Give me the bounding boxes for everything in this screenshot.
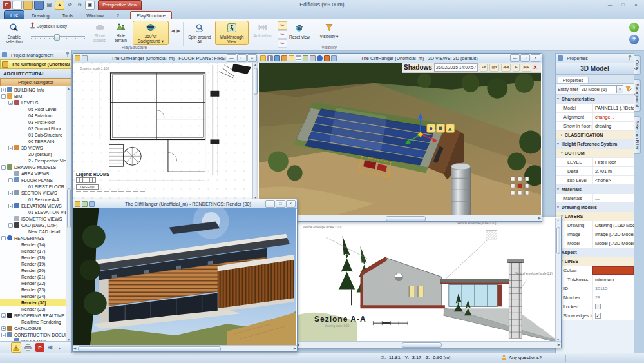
pdf-icon[interactable]: P <box>35 343 44 352</box>
open-file-icon[interactable] <box>23 1 33 10</box>
tree-expander[interactable]: - <box>1 313 6 318</box>
walkthrough-view-button[interactable]: Walkthrough View <box>215 21 249 45</box>
export-icon[interactable] <box>82 201 88 207</box>
property-row[interactable]: sub Level <none> <box>556 176 634 185</box>
tab-help[interactable]: ? <box>111 12 125 19</box>
minimize-button[interactable]: — <box>605 1 616 10</box>
table-icon[interactable] <box>296 55 301 61</box>
tab-tools[interactable]: Tools <box>57 12 80 19</box>
tree-item[interactable]: - CONSTRUCTION DOCUMENT <box>0 331 71 338</box>
joystick-slider-thumb[interactable] <box>54 34 60 41</box>
render-canvas[interactable] <box>73 208 296 346</box>
tree-item[interactable]: Render (20) <box>0 267 71 273</box>
select-cursor-icon[interactable] <box>289 55 294 61</box>
reset-view-button[interactable]: Reset view <box>288 21 311 45</box>
property-row[interactable]: Locked <box>556 302 634 311</box>
pin-icon[interactable] <box>628 55 632 62</box>
tree-expander[interactable]: - <box>1 165 6 170</box>
print-icon[interactable]: ▤ <box>45 1 53 9</box>
home-icon[interactable] <box>260 55 266 61</box>
tree-item[interactable]: Render (14) <box>0 241 71 248</box>
property-row[interactable]: Materials <box>556 185 634 194</box>
property-row[interactable]: BOTTOM <box>556 149 634 158</box>
render-hscrollbar[interactable]: ◀▶ <box>73 345 297 351</box>
tree-expander[interactable]: - <box>8 223 13 228</box>
property-row[interactable]: Number 28 <box>556 293 634 302</box>
window-restore-button[interactable]: □ <box>520 54 530 62</box>
tree-item[interactable]: Render (33) <box>0 306 71 312</box>
tree-item[interactable]: Render (22) <box>0 280 71 286</box>
pin-icon[interactable] <box>66 52 70 59</box>
play-back-icon[interactable]: ◀◀ <box>501 64 511 72</box>
tree-item[interactable]: - SECTION VIEWS <box>0 190 71 196</box>
info-button[interactable]: i <box>629 23 639 32</box>
restore-button[interactable]: □ <box>618 1 629 10</box>
tree-item[interactable]: Render (30) <box>0 299 71 306</box>
tab-window[interactable]: Window <box>80 12 109 19</box>
tab-copy[interactable]: Copy <box>634 55 641 75</box>
select-cursor-icon[interactable]: ▲ <box>55 1 64 10</box>
tree-item[interactable]: Render (23) <box>0 286 71 293</box>
entity-filter-select[interactable]: 3D Model (1)▾ <box>580 85 623 93</box>
edit-table-icon[interactable] <box>82 55 88 61</box>
property-row[interactable]: Colour <box>556 266 634 275</box>
tree-expander[interactable]: - <box>1 236 6 240</box>
tree-item[interactable]: ISOMETRIC VIEWS <box>0 215 71 222</box>
new-file-icon[interactable] <box>12 1 22 10</box>
pencil-icon[interactable] <box>324 55 330 61</box>
grid-icon[interactable] <box>267 55 273 61</box>
property-row[interactable]: Drawing Drawing (..\3D Moc <box>556 221 634 230</box>
enable-selection-button[interactable]: Enable selection <box>1 21 27 45</box>
vr-background-button[interactable]: 360°vr Background ▾ <box>133 21 169 45</box>
tree-item[interactable]: Render (17) <box>0 248 71 254</box>
tab-playstructure[interactable]: PlayStructure <box>130 11 172 19</box>
tree-item[interactable]: - RENDERINGS <box>0 235 71 241</box>
window-minimize-button[interactable]: — <box>510 54 520 62</box>
home-icon[interactable] <box>75 201 80 207</box>
tree-item[interactable]: 01 FIRST FLOOR <box>0 183 71 190</box>
tree-item[interactable]: AREA VIEWS <box>0 170 71 177</box>
tab-properties[interactable]: Properties <box>558 77 589 83</box>
selection-handles-widget[interactable] <box>511 177 529 195</box>
tree-scrollbar[interactable]: ▲▼ <box>66 86 71 342</box>
show-clouds-button[interactable]: Show clouds <box>90 21 109 45</box>
help-button[interactable]: ? <box>629 35 639 44</box>
property-row[interactable]: CLASSIFICATION <box>556 131 634 140</box>
tree-item[interactable]: - BIM <box>0 93 71 99</box>
property-row[interactable]: Height Reference System <box>556 140 634 149</box>
tree-item[interactable]: Render (19) <box>0 260 71 267</box>
tree-item[interactable]: - FLOOR PLANS <box>0 177 71 183</box>
render-titlebar[interactable]: The CliffHanger (Unofficial_m) - RENDERI… <box>73 199 297 209</box>
tree-item[interactable]: New CAD detail <box>0 228 71 235</box>
property-row[interactable]: Aspect <box>556 248 634 257</box>
tree-item[interactable]: 02 Ground Floor <box>0 125 71 132</box>
tab-drawing[interactable]: Drawing <box>26 12 55 19</box>
section-vscrollbar[interactable]: ▲▼ <box>555 218 561 342</box>
capture-icon[interactable]: ▣ <box>85 1 95 10</box>
tree-item[interactable]: 03 First Floor <box>0 119 71 125</box>
export-icon[interactable] <box>303 55 308 61</box>
property-row[interactable]: Drawing Models <box>556 203 634 212</box>
redo-icon[interactable]: ↻ <box>75 1 84 9</box>
share-icon[interactable] <box>89 201 95 207</box>
tree-expander[interactable]: - <box>8 146 13 150</box>
property-row[interactable]: Show in floor plan drawing <box>556 122 634 131</box>
tree-item[interactable]: - 3D VIEWS <box>0 144 71 151</box>
tree-item[interactable]: 01 ELEVATION VIEW <box>0 209 71 215</box>
tree-item[interactable]: + BUILDING Info <box>0 86 71 93</box>
tab-file[interactable]: File <box>4 10 24 19</box>
property-row[interactable]: Model Model (..\3D Model <box>556 239 634 248</box>
property-row[interactable]: LAYERS <box>556 212 634 221</box>
tree-item[interactable]: 01 Sub-Structure <box>0 132 71 138</box>
tree-item[interactable]: - CAD (DWG, DXF) <box>0 222 71 228</box>
threed-canvas[interactable] <box>259 63 541 215</box>
spin-around-button[interactable]: Spin around All <box>185 21 214 45</box>
section-hscrollbar[interactable]: ◀▶ <box>296 341 561 348</box>
tree-expander[interactable]: - <box>8 178 13 182</box>
tree-item[interactable]: - RENDERING REALTIME <box>0 312 71 319</box>
tree-item[interactable]: - DRAWING MODELS <box>0 164 71 170</box>
property-row[interactable]: Materials .... <box>556 194 634 203</box>
window-close-button[interactable]: × <box>247 54 257 62</box>
any-questions-link[interactable]: Any questions? <box>509 355 542 360</box>
undo-icon[interactable]: ↺ <box>66 1 74 9</box>
